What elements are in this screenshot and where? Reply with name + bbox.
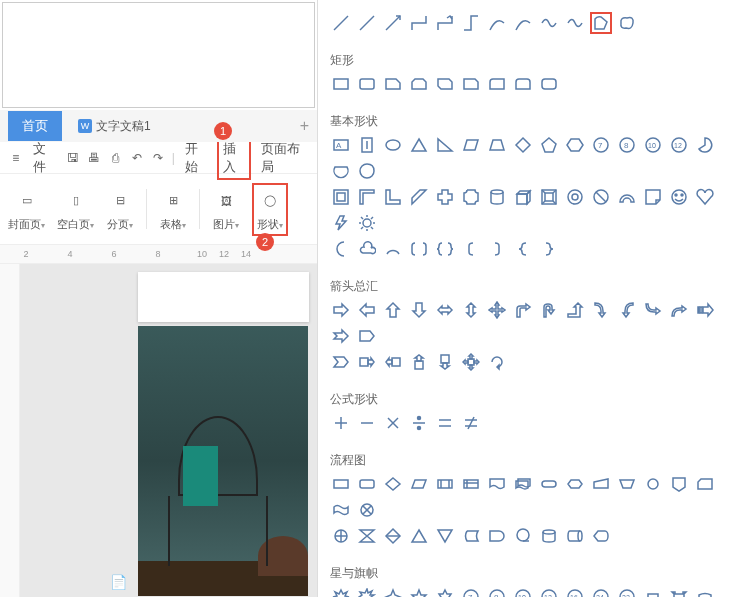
flow-manual-op-shape[interactable] — [616, 473, 638, 495]
flow-predefined-shape[interactable] — [434, 473, 456, 495]
heart-shape[interactable] — [694, 186, 716, 208]
parallelogram-shape[interactable] — [460, 134, 482, 156]
print-icon[interactable]: 🖶 — [87, 149, 102, 167]
inserted-image[interactable] — [138, 326, 308, 596]
ribbon-down-shape[interactable] — [668, 586, 690, 597]
freeform-shape[interactable] — [590, 12, 612, 34]
menu-icon[interactable]: ≡ — [8, 149, 23, 167]
menu-layout[interactable]: 页面布局 — [257, 138, 309, 178]
scribble-shape[interactable] — [564, 12, 586, 34]
cover-button[interactable]: ▭ 封面页▾ — [8, 187, 45, 232]
snip-rect-shape[interactable] — [408, 73, 430, 95]
star7-shape[interactable]: 7 — [460, 586, 482, 597]
flow-decision-shape[interactable] — [382, 473, 404, 495]
right-arrow-shape[interactable] — [330, 299, 352, 321]
right-bracket-shape[interactable] — [486, 238, 508, 260]
plaque-shape[interactable] — [460, 186, 482, 208]
star4-shape[interactable] — [382, 586, 404, 597]
pie-shape[interactable] — [694, 134, 716, 156]
down-arrow-shape[interactable] — [408, 299, 430, 321]
star12-shape[interactable]: 12 — [538, 586, 560, 597]
left-brace-shape[interactable] — [512, 238, 534, 260]
flow-connector-shape[interactable] — [642, 473, 664, 495]
bent-up-arrow-shape[interactable] — [564, 299, 586, 321]
minus-shape[interactable] — [356, 412, 378, 434]
up-down-arrow-shape[interactable] — [460, 299, 482, 321]
flow-card-shape[interactable] — [694, 473, 716, 495]
menu-insert[interactable]: 插入 — [217, 136, 251, 180]
flow-collate-shape[interactable] — [356, 525, 378, 547]
block-arc-shape[interactable] — [616, 186, 638, 208]
diamond-shape[interactable] — [512, 134, 534, 156]
picture-button[interactable]: 🖼 图片▾ — [212, 187, 240, 232]
round-snip-rect-shape[interactable] — [460, 73, 482, 95]
teardrop-shape[interactable] — [356, 160, 378, 182]
flow-seq-storage-shape[interactable] — [512, 525, 534, 547]
double-bracket-shape[interactable] — [408, 238, 430, 260]
snip-rect-shape[interactable] — [382, 73, 404, 95]
menu-start[interactable]: 开始 — [181, 138, 211, 178]
curved-down-arrow-shape[interactable] — [642, 299, 664, 321]
star6-shape[interactable] — [434, 586, 456, 597]
flow-direct-access-shape[interactable] — [564, 525, 586, 547]
dodecagon-shape[interactable]: 12 — [668, 134, 690, 156]
preview-icon[interactable]: ⎙ — [108, 149, 123, 167]
hexagon-shape[interactable] — [564, 134, 586, 156]
flow-stored-data-shape[interactable] — [460, 525, 482, 547]
cloud-shape[interactable] — [356, 238, 378, 260]
bevel-shape[interactable] — [538, 186, 560, 208]
can-shape[interactable] — [486, 186, 508, 208]
page-canvas[interactable]: 📄 — [20, 264, 317, 597]
flow-terminator-shape[interactable] — [538, 473, 560, 495]
flow-data-shape[interactable] — [408, 473, 430, 495]
uturn-arrow-shape[interactable] — [538, 299, 560, 321]
curved-right-arrow-shape[interactable] — [590, 299, 612, 321]
redo-icon[interactable]: ↷ — [150, 149, 165, 167]
flow-process-shape[interactable] — [330, 473, 352, 495]
line-shape[interactable] — [356, 12, 378, 34]
pentagon-arrow-shape[interactable] — [356, 325, 378, 347]
elbow-shape[interactable] — [408, 12, 430, 34]
callout-arrow-shape[interactable] — [382, 351, 404, 373]
left-bracket-shape[interactable] — [460, 238, 482, 260]
striped-arrow-shape[interactable] — [694, 299, 716, 321]
scribble-closed-shape[interactable] — [616, 12, 638, 34]
curved-up-arrow-shape[interactable] — [668, 299, 690, 321]
quad-arrow-shape[interactable] — [486, 299, 508, 321]
flow-display-shape[interactable] — [590, 525, 612, 547]
chord-shape[interactable] — [330, 160, 352, 182]
ribbon-up-shape[interactable] — [642, 586, 664, 597]
ribbon-curved-shape[interactable] — [694, 586, 716, 597]
arrow-line-shape[interactable] — [382, 12, 404, 34]
circular-arrow-shape[interactable] — [486, 351, 508, 373]
arc-shape[interactable] — [382, 238, 404, 260]
round-rect-shape[interactable] — [512, 73, 534, 95]
pentagon-shape[interactable] — [538, 134, 560, 156]
callout-quad-arrow-shape[interactable] — [460, 351, 482, 373]
trapezoid-shape[interactable] — [486, 134, 508, 156]
star16-shape[interactable]: 16 — [564, 586, 586, 597]
flow-or-shape[interactable] — [330, 525, 352, 547]
divide-shape[interactable] — [408, 412, 430, 434]
chevron-shape[interactable] — [330, 351, 352, 373]
smiley-shape[interactable] — [668, 186, 690, 208]
left-arrow-shape[interactable] — [356, 299, 378, 321]
not-equal-shape[interactable] — [460, 412, 482, 434]
plus-shape[interactable] — [330, 412, 352, 434]
heptagon-shape[interactable]: 7 — [590, 134, 612, 156]
round-rect-shape[interactable] — [538, 73, 560, 95]
multiply-shape[interactable] — [382, 412, 404, 434]
flow-internal-shape[interactable] — [460, 473, 482, 495]
equal-shape[interactable] — [434, 412, 456, 434]
curve-arrow-shape[interactable] — [512, 12, 534, 34]
callout-arrow-shape[interactable] — [434, 351, 456, 373]
frame-shape[interactable] — [330, 186, 352, 208]
callout-arrow-shape[interactable] — [408, 351, 430, 373]
textbox-v-shape[interactable] — [356, 134, 378, 156]
star8-shape[interactable]: 8 — [486, 586, 508, 597]
menu-file[interactable]: 文件 — [29, 138, 59, 178]
save-icon[interactable]: 🖫 — [65, 149, 80, 167]
triangle-shape[interactable] — [408, 134, 430, 156]
l-shape[interactable] — [382, 186, 404, 208]
double-brace-shape[interactable] — [434, 238, 456, 260]
